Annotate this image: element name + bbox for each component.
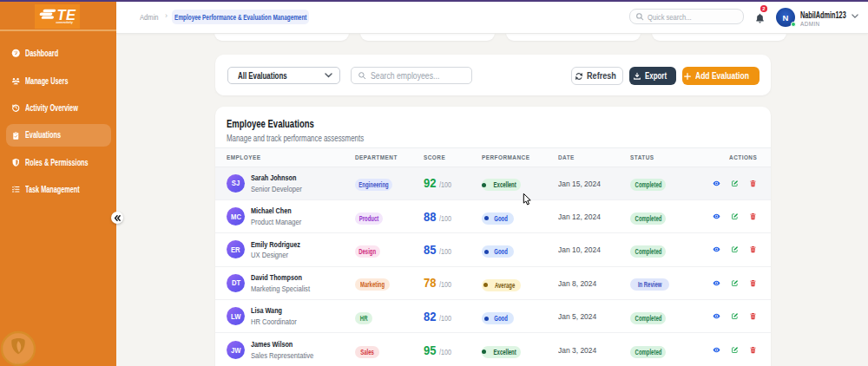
svg-text:خنيفرة: خنيفرة [13,361,23,365]
svg-text:connectivity: connectivity [56,21,73,24]
